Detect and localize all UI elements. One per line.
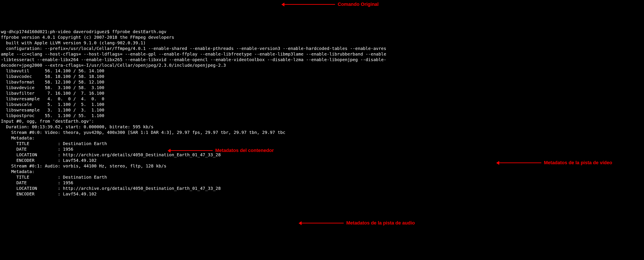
command-input[interactable]: ffprobe destEarth.ogv [112,29,166,34]
output-lib-version: libavformat 58. 12.100 / 58. 12.100 [1,79,104,85]
output-lib-version: libpostproc 55. 1.100 / 55. 1.100 [1,113,104,118]
output-config: decoder=jpeg2000 --extra-cflags=-I/usr/l… [1,63,226,68]
terminal-window: wg-dhcp174d160d021:ph-video daverodrigue… [1,23,643,197]
output-lib-version: libavdevice 58. 3.100 / 58. 3.100 [1,85,104,90]
shell-prompt: wg-dhcp174d160d021:ph-video daverodrigue… [1,29,112,34]
output-duration: Duration: 00:13:39.62, start: 0.000000, … [1,124,153,129]
output-metadata-date: DATE : 1956 [1,180,73,185]
output-stream-video: Stream #0:0: Video: theora, yuv420p, 400… [1,130,286,135]
annotation-metadatos-contenedor: Metadatos del contenedor [170,148,274,154]
arrow-left-icon [284,4,335,5]
output-input-header: Input #0, ogg, from 'destEarth.ogv': [1,118,94,124]
annotation-label: Metadatos de la pista de vídeo [544,160,612,166]
output-lib-version: libavutil 56. 14.100 / 56. 14.100 [1,68,104,73]
arrow-left-icon [301,223,344,223]
arrow-left-icon [170,150,213,151]
output-built: built with Apple LLVM version 9.1.0 (cla… [1,40,146,45]
annotation-label: Metadatos de la pista de audio [346,220,415,226]
output-lib-version: libavfilter 7. 16.100 / 7. 16.100 [1,91,104,96]
output-metadata-label: Metadata: [1,169,34,174]
annotation-metadatos-video: Metadatos de la pista de vídeo [498,160,612,166]
annotation-metadatos-audio: Metadatos de la pista de audio [301,220,415,226]
output-metadata-encoder: ENCODER : Lavf54.49.102 [1,191,97,197]
output-lib-version: libavcodec 58. 18.100 / 58. 18.100 [1,74,104,79]
output-stream-audio: Stream #0:1: Audio: vorbis, 44100 Hz, st… [1,163,166,169]
output-metadata-location: LOCATION : http://archive.org/details/40… [1,186,221,191]
annotation-comando-original: Comando Original [284,1,379,8]
output-lib-version: libswscale 5. 1.100 / 5. 1.100 [1,102,104,107]
output-metadata-title: TITLE : Destination Earth [1,141,107,146]
output-version: ffprobe version 4.0.1 Copyright (c) 2007… [1,35,174,40]
output-lib-version: libavresample 4. 0. 0 / 4. 0. 0 [1,96,104,101]
output-metadata-encoder: ENCODER : Lavf54.49.102 [1,158,97,163]
annotation-label: Metadatos del contenedor [215,148,274,154]
output-config: configuration: --prefix=/usr/local/Cella… [1,46,386,51]
output-config: ample --cc=clang --host-cflags= --host-l… [1,51,386,57]
output-metadata-date: DATE : 1956 [1,147,73,152]
output-metadata-title: TITLE : Destination Earth [1,175,107,180]
output-config: -libtesseract --enable-libx264 --enable-… [1,57,386,62]
annotation-label: Comando Original [338,1,379,8]
output-lib-version: libswresample 3. 1.100 / 3. 1.100 [1,107,104,112]
output-metadata-label: Metadata: [1,135,34,141]
arrow-left-icon [498,163,541,163]
